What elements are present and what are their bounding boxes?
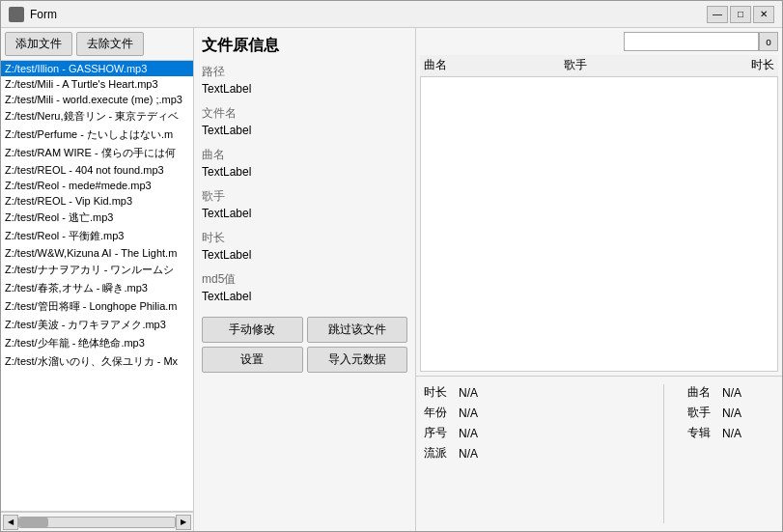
meta-tracknum-row: 序号 N/A (424, 425, 640, 441)
import-meta-button[interactable]: 导入元数据 (307, 347, 408, 373)
artist-label: 歌手 (202, 188, 407, 205)
window-controls: — □ ✕ (707, 6, 774, 23)
meta-title-val: N/A (722, 386, 741, 400)
list-item[interactable]: Z:/test/管田将暉 - Longhope Philia.m (1, 297, 193, 316)
filename-value: TextLabel (202, 124, 407, 139)
middle-panel-title: 文件原信息 (202, 36, 407, 56)
filename-label: 文件名 (202, 105, 407, 122)
meta-right: 曲名 N/A 歌手 N/A 专辑 N/A (687, 384, 774, 523)
list-item[interactable]: Z:/test/W&W,Kizuna AI - The Light.m (1, 245, 193, 261)
meta-tracknum-key: 序号 (424, 425, 451, 441)
settings-button[interactable]: 设置 (202, 347, 303, 373)
meta-album-val: N/A (722, 427, 741, 440)
action-row-2: 设置 导入元数据 (202, 347, 407, 373)
list-item[interactable]: Z:/test/Reol - 平衡錐.mp3 (1, 227, 193, 245)
col-header-title: 曲名 (424, 57, 564, 73)
scrollbar-thumb (19, 518, 48, 527)
scrollbar-area: ◀ ▶ (1, 512, 193, 531)
middle-actions: 手动修改 跳过该文件 设置 导入元数据 (202, 317, 407, 373)
meta-title-row: 曲名 N/A (687, 384, 774, 401)
scroll-left-arrow[interactable]: ◀ (3, 515, 18, 530)
window-title: Form (30, 8, 57, 21)
main-window: Form — □ ✕ 添加文件 去除文件 Z:/test/Illion - GA… (0, 0, 783, 532)
left-panel: 添加文件 去除文件 Z:/test/Illion - GASSHOW.mp3Z:… (1, 28, 194, 531)
search-input[interactable] (624, 32, 759, 51)
meta-year-row: 年份 N/A (424, 405, 640, 421)
list-item[interactable]: Z:/test/Illion - GASSHOW.mp3 (1, 61, 193, 76)
app-icon (9, 7, 24, 22)
meta-genre-val: N/A (459, 447, 478, 461)
meta-genre-row: 流派 N/A (424, 445, 640, 462)
right-panel: o 曲名 歌手 时长 时长 N/A 年份 (416, 28, 782, 531)
song-value: TextLabel (202, 165, 407, 181)
meta-album-key: 专辑 (687, 425, 714, 441)
meta-genre-key: 流派 (424, 445, 451, 462)
meta-duration-row: 时长 N/A (424, 384, 640, 401)
list-item[interactable]: Z:/test/Neru,鏡音リン - 東京テディベ (1, 107, 193, 126)
duration-label: 时长 (202, 230, 407, 246)
meta-tracknum-val: N/A (459, 427, 478, 440)
scroll-right-arrow[interactable]: ▶ (176, 515, 191, 530)
middle-panel: 文件原信息 路径 TextLabel 文件名 TextLabel 曲名 Text… (194, 28, 416, 531)
list-item[interactable]: Z:/test/REOL - 404 not found.mp3 (1, 162, 193, 178)
main-content: 添加文件 去除文件 Z:/test/Illion - GASSHOW.mp3Z:… (1, 28, 782, 531)
scrollbar-track[interactable] (18, 517, 176, 528)
list-item[interactable]: Z:/test/ナナヲアカリ - ワンルームシ (1, 261, 193, 279)
artist-value: TextLabel (202, 207, 407, 222)
list-item[interactable]: Z:/test/Perfume - たいしよはない.m (1, 126, 193, 144)
col-header-artist: 歌手 (564, 57, 704, 73)
title-bar: Form — □ ✕ (1, 1, 782, 28)
manual-edit-button[interactable]: 手动修改 (202, 317, 303, 343)
list-item[interactable]: Z:/test/Reol - mede#mede.mp3 (1, 178, 193, 193)
list-item[interactable]: Z:/test/Mili - A Turtle's Heart.mp3 (1, 76, 193, 92)
add-file-button[interactable]: 添加文件 (5, 32, 72, 56)
meta-artist-row: 歌手 N/A (687, 405, 774, 421)
file-toolbar: 添加文件 去除文件 (1, 28, 193, 61)
meta-artist-key: 歌手 (687, 405, 714, 421)
meta-duration-val: N/A (459, 386, 478, 400)
duration-value: TextLabel (202, 248, 407, 264)
meta-left: 时长 N/A 年份 N/A 序号 N/A 流派 N/A (424, 384, 640, 523)
skip-file-button[interactable]: 跳过该文件 (307, 317, 408, 343)
action-row-1: 手动修改 跳过该文件 (202, 317, 407, 343)
minimize-button[interactable]: — (707, 6, 728, 23)
meta-title-key: 曲名 (687, 384, 714, 401)
song-label: 曲名 (202, 147, 407, 163)
md5-label: md5值 (202, 271, 407, 288)
meta-year-key: 年份 (424, 405, 451, 421)
meta-year-val: N/A (459, 406, 478, 420)
title-bar-left: Form (9, 7, 57, 22)
path-value: TextLabel (202, 82, 407, 98)
list-item[interactable]: Z:/test/水溜いのり、久保ユリカ - Mx (1, 352, 193, 371)
list-item[interactable]: Z:/test/美波 - カワキヲアメク.mp3 (1, 316, 193, 334)
file-list[interactable]: Z:/test/Illion - GASSHOW.mp3Z:/test/Mili… (1, 61, 193, 512)
md5-value: TextLabel (202, 290, 407, 305)
list-item[interactable]: Z:/test/少年籠 - 绝体绝命.mp3 (1, 334, 193, 352)
list-item[interactable]: Z:/test/REOL - Vip Kid.mp3 (1, 193, 193, 209)
maximize-button[interactable]: □ (730, 6, 751, 23)
list-item[interactable]: Z:/test/RAM WIRE - 僕らの手には何 (1, 144, 193, 162)
table-area[interactable] (420, 76, 778, 372)
divider-vertical (663, 384, 664, 523)
meta-album-row: 专辑 N/A (687, 425, 774, 441)
right-bottom: 时长 N/A 年份 N/A 序号 N/A 流派 N/A (416, 377, 782, 531)
search-area: o (420, 32, 778, 51)
list-item[interactable]: Z:/test/春茶,オサム - 瞬き.mp3 (1, 279, 193, 297)
list-item[interactable]: Z:/test/Reol - 逃亡.mp3 (1, 209, 193, 227)
close-button[interactable]: ✕ (753, 6, 774, 23)
search-button[interactable]: o (759, 32, 778, 51)
meta-artist-val: N/A (722, 406, 741, 420)
col-header-duration: 时长 (704, 57, 774, 73)
remove-file-button[interactable]: 去除文件 (76, 32, 144, 56)
right-top: o 曲名 歌手 时长 (416, 28, 782, 377)
list-item[interactable]: Z:/test/Mili - world.execute (me) ;.mp3 (1, 92, 193, 107)
meta-duration-key: 时长 (424, 384, 451, 401)
table-header: 曲名 歌手 时长 (420, 55, 778, 76)
path-label: 路径 (202, 64, 407, 80)
